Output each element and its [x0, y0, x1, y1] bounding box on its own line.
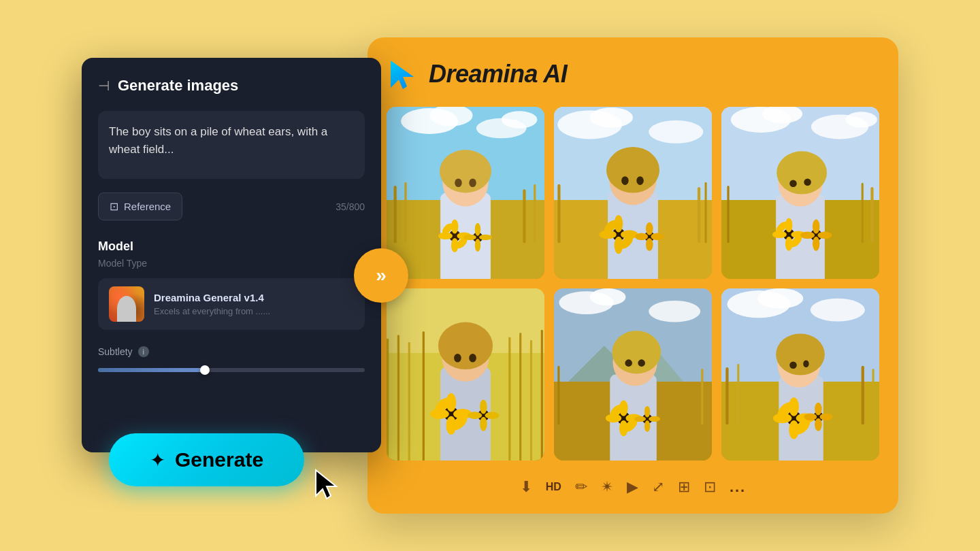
svg-point-78	[800, 231, 815, 239]
main-container: ⊣ Generate images The boy sits on a pile…	[82, 37, 898, 514]
svg-point-59	[845, 112, 877, 127]
band-aid-icon[interactable]: ⊡	[704, 478, 716, 496]
image-canvas-6	[721, 288, 879, 461]
svg-rect-141	[872, 369, 874, 424]
svg-point-157	[804, 413, 817, 420]
slider-thumb	[200, 365, 210, 375]
svg-point-39	[606, 147, 659, 193]
svg-rect-10	[523, 189, 525, 243]
model-info: Dreamina General v1.4 Excels at everythi…	[154, 292, 354, 316]
svg-point-41	[636, 176, 644, 185]
app-title: Dreamina AI	[429, 60, 567, 88]
more-options-button[interactable]: ...	[730, 478, 746, 496]
svg-point-53	[651, 233, 664, 241]
hd-button[interactable]: HD	[546, 481, 561, 493]
grid-icon[interactable]: ⊞	[678, 478, 690, 496]
svg-point-132	[649, 416, 660, 422]
svg-rect-115	[701, 369, 703, 424]
generated-image-6[interactable]	[721, 288, 879, 461]
svg-point-33	[649, 120, 703, 144]
generated-image-2[interactable]	[554, 107, 712, 279]
svg-point-7	[502, 111, 538, 128]
svg-point-15	[455, 178, 462, 187]
svg-point-27	[463, 235, 476, 240]
left-panel: ⊣ Generate images The boy sits on a pile…	[82, 58, 381, 452]
svg-point-146	[803, 360, 808, 367]
panel-title: Generate images	[118, 77, 238, 95]
model-description: Excels at everything from ......	[154, 306, 354, 316]
svg-point-137	[811, 299, 865, 322]
svg-point-77	[813, 237, 820, 251]
generated-image-3[interactable]	[721, 107, 879, 279]
svg-rect-87	[519, 333, 521, 461]
svg-point-25	[475, 223, 480, 236]
reference-button[interactable]: ⊡ Reference	[98, 193, 182, 220]
generate-button-label: Generate	[175, 448, 263, 471]
svg-point-79	[817, 231, 832, 239]
prompt-input[interactable]: The boy sits on a pile of wheat ears, wi…	[98, 111, 365, 179]
generated-image-4[interactable]	[387, 288, 544, 461]
sidebar-toggle-icon[interactable]: ⊣	[98, 78, 110, 94]
svg-rect-36	[704, 182, 706, 244]
svg-point-52	[635, 233, 648, 241]
forward-arrow-icon: »	[376, 265, 387, 286]
subtlety-info-icon[interactable]: i	[138, 346, 149, 357]
model-card[interactable]: Dreamina General v1.4 Excels at everythi…	[98, 278, 365, 330]
svg-point-129	[644, 406, 650, 418]
generate-button[interactable]: ✦ Generate	[109, 433, 304, 486]
magic-edit-icon[interactable]: ✴	[601, 478, 613, 496]
svg-rect-89	[541, 330, 543, 461]
svg-point-67	[804, 178, 811, 186]
forward-arrow-button[interactable]: »	[354, 248, 408, 303]
svg-rect-138	[725, 367, 728, 424]
svg-rect-35	[698, 187, 700, 243]
svg-marker-1	[391, 61, 414, 89]
model-name: Dreamina General v1.4	[154, 292, 354, 303]
svg-point-76	[813, 220, 820, 234]
subtlety-slider[interactable]	[98, 368, 365, 372]
image-canvas-3	[721, 107, 879, 279]
svg-rect-88	[530, 340, 532, 461]
image-canvas-1	[387, 107, 544, 279]
svg-marker-0	[316, 470, 336, 499]
svg-point-131	[634, 416, 646, 422]
svg-point-112	[590, 288, 626, 305]
char-count: 35/800	[336, 201, 365, 212]
svg-rect-60	[727, 186, 729, 243]
svg-point-118	[612, 331, 661, 373]
image-canvas-2	[554, 107, 712, 279]
generated-image-1[interactable]	[387, 107, 544, 279]
generate-star-icon: ✦	[150, 449, 165, 471]
svg-point-92	[438, 322, 493, 370]
svg-rect-62	[870, 187, 873, 243]
svg-rect-84	[408, 342, 410, 461]
model-type-label: Model Type	[98, 258, 365, 269]
expand-icon[interactable]: ⤢	[652, 478, 664, 496]
svg-point-130	[644, 420, 650, 432]
svg-point-50	[646, 222, 653, 235]
slider-fill	[98, 368, 205, 372]
play-icon[interactable]: ▶	[627, 478, 638, 496]
svg-point-26	[475, 239, 480, 252]
svg-point-16	[469, 178, 476, 187]
svg-rect-8	[394, 186, 397, 243]
svg-rect-139	[737, 364, 739, 425]
svg-point-136	[757, 288, 803, 308]
svg-point-158	[819, 413, 832, 420]
model-figure-icon	[117, 296, 136, 322]
download-icon[interactable]: ⬇	[520, 478, 532, 496]
edit-icon[interactable]: ✏	[575, 478, 587, 496]
reference-icon: ⊡	[110, 200, 118, 213]
model-thumbnail	[109, 286, 144, 322]
svg-point-144	[776, 333, 825, 375]
svg-point-156	[815, 418, 822, 431]
reference-row: ⊡ Reference 35/800	[98, 193, 365, 220]
svg-rect-11	[534, 184, 536, 243]
subtlety-row: Subtlety i	[98, 346, 365, 357]
right-header: Dreamina AI	[387, 58, 879, 90]
svg-point-113	[649, 301, 700, 322]
svg-rect-9	[404, 182, 406, 244]
svg-rect-83	[397, 335, 399, 461]
svg-point-32	[590, 107, 633, 128]
generated-image-5[interactable]	[554, 288, 712, 461]
